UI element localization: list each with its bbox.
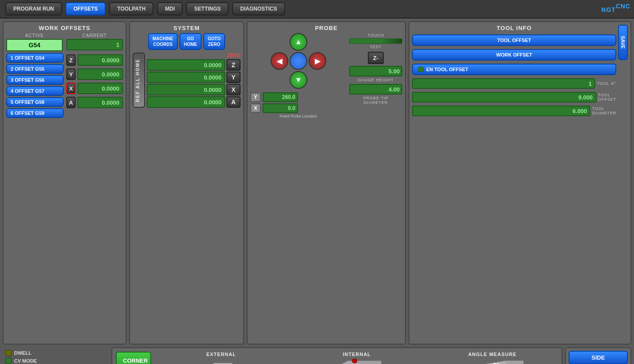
dwell-indicator: DWELL (5, 350, 106, 356)
tool-diameter-row: TOOLDIAMETER (412, 106, 616, 116)
internal-diagram: INTERNAL (291, 352, 423, 364)
external-diagram: EXTERNAL (156, 352, 287, 364)
sys-a-row: A (147, 96, 241, 108)
z-axis-label: Z (66, 54, 76, 66)
nav-settings[interactable]: SETTINGS (186, 2, 229, 15)
save-btn-col: SAVE (618, 25, 628, 118)
sys-y-btn[interactable]: Y (226, 72, 241, 83)
z-minus-btn[interactable]: Z- (368, 52, 384, 64)
active-current-row: ACTIVE CARRENT (6, 33, 123, 51)
probe-inner: ▲ ◀ ▶ ▼ Y 260.0 X 0.0 Fixed Probe (250, 33, 402, 118)
dwell-label: DWELL (14, 350, 31, 356)
probe-ops-panel: CORNERSELECT EXTERNAL INTERNAL (111, 347, 562, 364)
dpad-right-btn[interactable]: ▶ (309, 52, 326, 70)
ref-all-home-section: REF ALL HOME ZERO Z Y X A (133, 53, 241, 108)
go-home-btn[interactable]: GOHOME (180, 33, 202, 50)
y-offset-input[interactable] (77, 68, 123, 80)
sys-x-row: X (147, 84, 241, 95)
probe-tip-label: PROBE TIPDIAMETER (349, 96, 402, 105)
goto-zero-btn[interactable]: GOTOZERO (203, 33, 225, 50)
system-panel: SYSTEM MACHINECOORDS GOHOME GOTOZERO REF… (129, 21, 244, 345)
system-title: SYSTEM (133, 25, 241, 31)
offset-buttons: 1 OFFSET G54 2 OFFSET G55 3 OFFSET G56 4… (6, 53, 64, 118)
offset-btn-g57[interactable]: 4 OFFSET G57 (6, 86, 64, 96)
probe-ops-top: CORNERSELECT EXTERNAL INTERNAL (116, 352, 558, 364)
zero-label: ZERO (147, 53, 241, 58)
system-buttons: MACHINECOORDS GOHOME GOTOZERO (133, 33, 241, 50)
angle-diagram: ANGLE MEASURE Aa P1 P2 (427, 352, 558, 364)
tool-offset-btn[interactable]: TOOL OFFSET (412, 34, 616, 46)
offsets-main-row: 1 OFFSET G54 2 OFFSET G55 3 OFFSET G56 4… (6, 53, 123, 118)
probe-x-row: X 0.0 (250, 103, 347, 113)
main-content: WORK OFFSETS ACTIVE CARRENT 1 OFFSET G54… (0, 19, 634, 347)
active-col: ACTIVE (6, 33, 63, 51)
ref-all-home-btn[interactable]: REF ALL HOME (133, 53, 145, 108)
fixed-probe-label: Fixed Probe Location (250, 114, 347, 118)
probe-x-label: X (250, 103, 261, 113)
sys-y-row: Y (147, 72, 241, 83)
tool-no-row: TOOL N° (412, 78, 616, 89)
current-input[interactable] (66, 39, 123, 50)
nav-diagnostics[interactable]: DIAGNOSTICS (232, 2, 285, 15)
external-label: EXTERNAL (206, 352, 236, 357)
probe-title: PROBE (250, 25, 402, 31)
side-button[interactable]: SIDE (569, 351, 628, 364)
work-offset-btn[interactable]: WORK OFFSET (412, 49, 616, 61)
left-bottom: DWELL CV MODE ⚠ EMERGENCY MATERIAL (3, 347, 109, 364)
work-offsets-title: WORK OFFSETS (6, 25, 123, 31)
svg-point-46 (352, 359, 357, 363)
system-axes: ZERO Z Y X A (145, 53, 241, 108)
current-label: CARRENT (66, 33, 123, 38)
cv-mode-indicator: CV MODE (5, 358, 106, 364)
sys-z-row: Z (147, 59, 241, 71)
nav-mdi[interactable]: MDI (157, 2, 183, 15)
a-offset-input[interactable] (77, 97, 123, 108)
gauge-height-section: GAUGE HEIGHT (349, 66, 402, 82)
x-offset-input[interactable] (77, 83, 123, 94)
tool-info-inner: TOOL INFO TOOL OFFSET WORK OFFSET EN TOO… (412, 25, 628, 118)
internal-svg (328, 359, 386, 364)
indicators: DWELL CV MODE ⚠ EMERGENCY (3, 347, 109, 364)
save-button[interactable]: SAVE (618, 25, 628, 60)
touch-bar (349, 38, 402, 44)
x-axis-row: X (66, 83, 123, 94)
tool-offset-input[interactable] (412, 92, 596, 102)
svg-marker-47 (464, 361, 506, 364)
nav-toolpath[interactable]: TOOLPATH (109, 2, 153, 15)
sys-z-input[interactable] (147, 59, 225, 71)
sys-z-btn[interactable]: Z (226, 59, 241, 71)
sys-x-input[interactable] (147, 84, 225, 95)
probe-panel: PROBE ▲ ◀ ▶ ▼ Y 260.0 (247, 21, 406, 345)
right-panel: SIDE PLANEROTATE (565, 347, 631, 364)
sys-x-btn[interactable]: X (226, 84, 241, 95)
offset-btn-g58[interactable]: 5 OFFSET G58 (6, 97, 64, 107)
probe-y-value: 260.0 (263, 92, 298, 102)
nav-offsets[interactable]: OFFSETS (65, 2, 106, 15)
dpad-down-btn[interactable]: ▼ (290, 71, 307, 89)
offset-btn-g59[interactable]: 6 OFFSET G59 (6, 108, 64, 118)
dpad-center[interactable] (290, 52, 307, 70)
z-offset-input[interactable] (77, 54, 123, 66)
offset-btn-g55[interactable]: 2 OFFSET G55 (6, 64, 64, 74)
active-input[interactable] (6, 39, 63, 51)
tool-diameter-input[interactable] (412, 106, 590, 116)
nav-program-run[interactable]: PROGRAM RUN (5, 2, 62, 15)
machine-coords-btn[interactable]: MACHINECOORDS (148, 33, 178, 50)
corner-select-btn[interactable]: CORNERSELECT (116, 352, 151, 364)
gauge-height-input[interactable] (349, 66, 402, 76)
offset-btn-g54[interactable]: 1 OFFSET G54 (6, 53, 64, 63)
tool-diameter-label: TOOLDIAMETER (592, 106, 616, 115)
work-offsets-panel: WORK OFFSETS ACTIVE CARRENT 1 OFFSET G54… (3, 21, 126, 345)
probe-y-label: Y (250, 92, 261, 102)
cv-mode-label: CV MODE (14, 358, 37, 364)
offset-btn-g56[interactable]: 3 OFFSET G56 (6, 75, 64, 85)
probe-tip-input[interactable] (349, 84, 402, 95)
tool-no-input[interactable] (412, 78, 595, 89)
dpad-left-btn[interactable]: ◀ (271, 52, 288, 70)
sys-a-input[interactable] (147, 96, 225, 108)
sys-y-input[interactable] (147, 72, 225, 83)
en-tool-offset-btn[interactable]: EN TOOL OFFSET (412, 64, 616, 75)
dpad-up-btn[interactable]: ▲ (290, 33, 307, 51)
sys-a-btn[interactable]: A (226, 96, 241, 108)
gauge-height-label: GAUGE HEIGHT (349, 78, 402, 82)
